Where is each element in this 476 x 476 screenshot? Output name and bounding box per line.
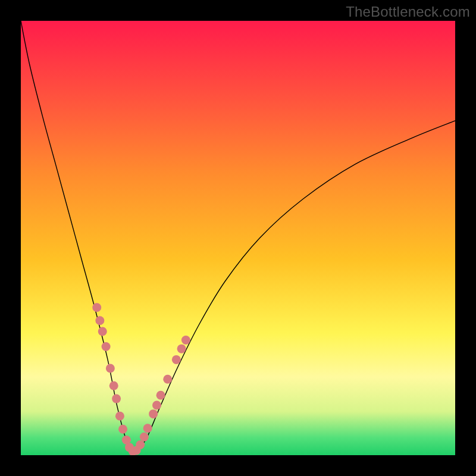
data-dot (143, 424, 152, 433)
chart-frame: TheBottleneck.com (0, 0, 476, 476)
data-dot (92, 303, 101, 312)
data-dots (92, 303, 190, 455)
data-dot (136, 440, 145, 449)
bottleneck-curve (21, 21, 455, 452)
data-dot (95, 316, 104, 325)
data-dot (106, 364, 115, 373)
data-dot (115, 412, 124, 421)
data-dot (140, 433, 149, 441)
chart-svg (21, 21, 455, 455)
data-dot (156, 391, 165, 400)
data-dot (112, 394, 121, 403)
data-dot (149, 409, 158, 418)
data-dot (163, 375, 172, 384)
data-dot (177, 345, 186, 353)
data-dot (152, 401, 161, 410)
watermark-text: TheBottleneck.com (346, 4, 470, 20)
data-dot (172, 355, 181, 364)
data-dot (102, 342, 111, 351)
data-dot (181, 336, 190, 345)
plot-area (21, 21, 455, 455)
data-dot (109, 381, 118, 390)
data-dot (98, 327, 107, 336)
data-dot (118, 425, 127, 434)
